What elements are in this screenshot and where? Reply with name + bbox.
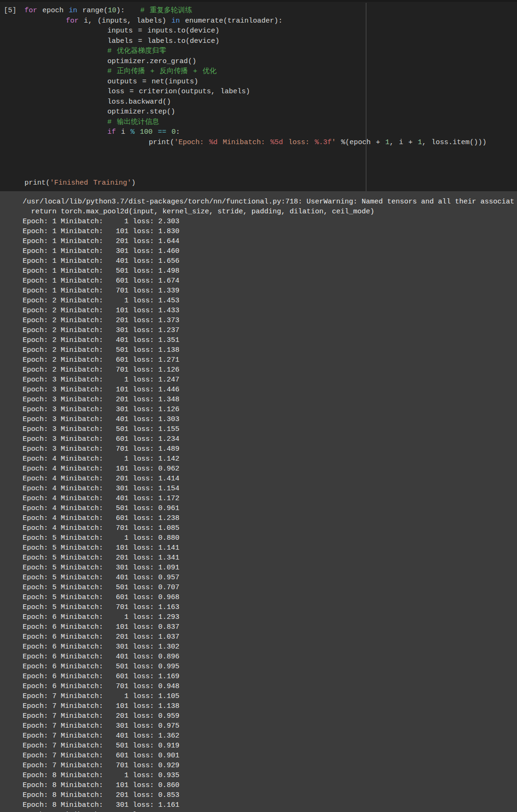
output-line: Epoch: 7 Minibatch: 101 loss: 1.138	[23, 701, 517, 711]
output-line: Epoch: 5 Minibatch: 101 loss: 1.141	[23, 543, 517, 553]
output-line: Epoch: 6 Minibatch: 301 loss: 1.302	[23, 642, 517, 652]
code-line: optimizer.zero_grad()	[24, 57, 517, 67]
output-line: Epoch: 3 Minibatch: 701 loss: 1.489	[23, 444, 517, 454]
code-line: # 输出统计信息	[24, 117, 517, 128]
output-line: Epoch: 3 Minibatch: 201 loss: 1.348	[23, 395, 517, 405]
warning-line: /usr/local/lib/python3.7/dist-packages/t…	[23, 197, 517, 207]
output-line: Epoch: 7 Minibatch: 1 loss: 1.105	[23, 691, 517, 701]
output-line: Epoch: 5 Minibatch: 701 loss: 1.163	[23, 602, 517, 612]
cell-top-border	[0, 0, 517, 2]
output-line: Epoch: 1 Minibatch: 301 loss: 1.460	[23, 246, 517, 256]
output-line: Epoch: 1 Minibatch: 501 loss: 1.498	[23, 266, 517, 276]
output-line: Epoch: 6 Minibatch: 101 loss: 0.837	[23, 622, 517, 632]
output-line: Epoch: 6 Minibatch: 1 loss: 1.293	[23, 612, 517, 622]
output-line: Epoch: 4 Minibatch: 701 loss: 1.085	[23, 523, 517, 533]
code-line: loss = criterion(outputs, labels)	[24, 87, 517, 97]
output-line: Epoch: 4 Minibatch: 1 loss: 1.142	[23, 454, 517, 464]
warning-source-line: return torch.max_pool2d(input, kernel_si…	[23, 207, 517, 217]
output-line: Epoch: 3 Minibatch: 601 loss: 1.234	[23, 434, 517, 444]
output-line: Epoch: 2 Minibatch: 401 loss: 1.351	[23, 335, 517, 345]
output-line: Epoch: 1 Minibatch: 1 loss: 2.303	[23, 217, 517, 227]
output-line: Epoch: 6 Minibatch: 601 loss: 1.169	[23, 672, 517, 682]
output-line: Epoch: 6 Minibatch: 201 loss: 1.037	[23, 632, 517, 642]
code-line	[24, 168, 517, 178]
output-line: Epoch: 2 Minibatch: 301 loss: 1.237	[23, 325, 517, 335]
code-editor[interactable]: for epoch in range(10): # 重复多轮训练 for i, …	[24, 6, 517, 188]
output-line: Epoch: 2 Minibatch: 601 loss: 1.271	[23, 355, 517, 365]
output-line: Epoch: 1 Minibatch: 601 loss: 1.674	[23, 276, 517, 286]
output-line: Epoch: 4 Minibatch: 601 loss: 1.238	[23, 513, 517, 523]
output-line: Epoch: 8 Minibatch: 401 loss: 1.141	[23, 810, 517, 812]
code-line: optimizer.step()	[24, 107, 517, 117]
code-line: # 优化器梯度归零	[24, 46, 517, 57]
output-line: Epoch: 6 Minibatch: 701 loss: 0.948	[23, 682, 517, 691]
output-line: Epoch: 1 Minibatch: 101 loss: 1.830	[23, 227, 517, 236]
code-line: loss.backward()	[24, 97, 517, 107]
code-line: inputs = inputs.to(device)	[24, 26, 517, 36]
output-line: Epoch: 8 Minibatch: 101 loss: 0.860	[23, 780, 517, 790]
code-line: for epoch in range(10): # 重复多轮训练	[24, 6, 517, 16]
output-line: Epoch: 6 Minibatch: 501 loss: 0.995	[23, 662, 517, 672]
code-line: labels = labels.to(device)	[24, 36, 517, 47]
output-line: Epoch: 5 Minibatch: 201 loss: 1.341	[23, 553, 517, 563]
notebook-page: { "colors": { "code_background": "#21212…	[0, 0, 517, 812]
code-line: print('Epoch: %d Minibatch: %5d loss: %.…	[24, 138, 517, 148]
code-line: if i % 100 == 0:	[24, 127, 517, 138]
output-line: Epoch: 2 Minibatch: 501 loss: 1.138	[23, 345, 517, 355]
output-line: Epoch: 3 Minibatch: 501 loss: 1.155	[23, 424, 517, 434]
code-line: outputs = net(inputs)	[24, 77, 517, 87]
output-line: Epoch: 2 Minibatch: 201 loss: 1.373	[23, 316, 517, 325]
output-line: Epoch: 8 Minibatch: 1 loss: 0.935	[23, 771, 517, 780]
output-line: Epoch: 3 Minibatch: 1 loss: 1.247	[23, 375, 517, 385]
output-line: Epoch: 7 Minibatch: 501 loss: 0.919	[23, 741, 517, 751]
output-line: Epoch: 2 Minibatch: 101 loss: 1.433	[23, 306, 517, 316]
output-line: Epoch: 5 Minibatch: 601 loss: 0.968	[23, 593, 517, 602]
output-line: Epoch: 7 Minibatch: 401 loss: 1.362	[23, 731, 517, 741]
code-line: for i, (inputs, labels) in enumerate(tra…	[24, 16, 517, 26]
output-line: Epoch: 3 Minibatch: 401 loss: 1.303	[23, 414, 517, 424]
output-line: Epoch: 8 Minibatch: 301 loss: 1.161	[23, 800, 517, 810]
output-line: Epoch: 5 Minibatch: 1 loss: 0.880	[23, 533, 517, 543]
output-line: Epoch: 7 Minibatch: 601 loss: 0.901	[23, 751, 517, 761]
output-line: Epoch: 4 Minibatch: 201 loss: 1.414	[23, 474, 517, 484]
output-line: Epoch: 2 Minibatch: 1 loss: 1.453	[23, 296, 517, 306]
output-line: Epoch: 7 Minibatch: 201 loss: 0.959	[23, 711, 517, 721]
output-line: Epoch: 6 Minibatch: 401 loss: 0.896	[23, 652, 517, 662]
output-line: Epoch: 1 Minibatch: 701 loss: 1.339	[23, 286, 517, 296]
code-cell[interactable]: [5] for epoch in range(10): # 重复多轮训练 for…	[0, 0, 517, 191]
output-line: Epoch: 4 Minibatch: 501 loss: 0.961	[23, 503, 517, 513]
output-line: Epoch: 7 Minibatch: 701 loss: 0.929	[23, 761, 517, 771]
output-line: Epoch: 5 Minibatch: 301 loss: 1.091	[23, 563, 517, 573]
output-line: Epoch: 4 Minibatch: 101 loss: 0.962	[23, 464, 517, 474]
output-line: Epoch: 1 Minibatch: 401 loss: 1.656	[23, 256, 517, 266]
output-line: Epoch: 7 Minibatch: 301 loss: 0.975	[23, 721, 517, 731]
output-line: Epoch: 2 Minibatch: 701 loss: 1.126	[23, 365, 517, 375]
output-line: Epoch: 3 Minibatch: 101 loss: 1.446	[23, 385, 517, 395]
code-line	[24, 147, 517, 158]
code-line: print('Finished Training')	[24, 178, 517, 188]
output-line: Epoch: 5 Minibatch: 501 loss: 0.707	[23, 583, 517, 593]
execution-count-label: [5]	[4, 6, 16, 16]
output-line: Epoch: 1 Minibatch: 201 loss: 1.644	[23, 236, 517, 246]
output-line: Epoch: 4 Minibatch: 301 loss: 1.154	[23, 484, 517, 494]
code-line: # 正向传播 + 反向传播 + 优化	[24, 66, 517, 77]
output-line: Epoch: 3 Minibatch: 301 loss: 1.126	[23, 405, 517, 414]
output-line: Epoch: 8 Minibatch: 201 loss: 0.853	[23, 790, 517, 800]
output-area[interactable]: /usr/local/lib/python3.7/dist-packages/t…	[0, 191, 517, 812]
output-line: Epoch: 4 Minibatch: 401 loss: 1.172	[23, 494, 517, 503]
output-line: Epoch: 5 Minibatch: 401 loss: 0.957	[23, 573, 517, 583]
code-line	[24, 158, 517, 168]
